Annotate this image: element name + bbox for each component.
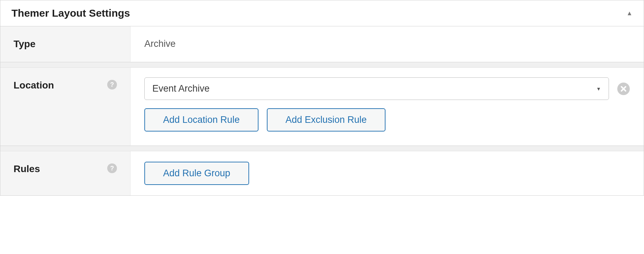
help-icon[interactable]: ? (107, 80, 117, 90)
collapse-up-icon[interactable]: ▲ (626, 10, 633, 17)
location-row: Location ? Event Archive ▼ Add Location … (0, 68, 644, 146)
type-row: Type Archive (0, 26, 644, 62)
remove-location-icon[interactable] (617, 83, 630, 95)
chevron-down-icon: ▼ (596, 86, 601, 92)
type-value: Archive (144, 39, 630, 49)
add-exclusion-rule-button[interactable]: Add Exclusion Rule (267, 108, 385, 132)
rules-label: Rules (14, 163, 40, 175)
add-rule-group-button[interactable]: Add Rule Group (144, 162, 249, 185)
location-content: Event Archive ▼ Add Location Rule Add Ex… (130, 68, 644, 145)
add-location-rule-button[interactable]: Add Location Rule (144, 108, 259, 132)
panel-header[interactable]: Themer Layout Settings ▲ (0, 0, 644, 26)
help-icon[interactable]: ? (107, 163, 117, 173)
panel-title: Themer Layout Settings (11, 7, 130, 19)
rules-label-cell: Rules ? (0, 151, 130, 195)
location-select-value: Event Archive (152, 83, 210, 94)
close-icon (620, 85, 627, 92)
row-divider (0, 62, 644, 68)
rules-buttons: Add Rule Group (144, 162, 630, 185)
location-select[interactable]: Event Archive ▼ (144, 77, 609, 100)
location-label-cell: Location ? (0, 68, 130, 145)
location-label: Location (14, 80, 54, 91)
rules-content: Add Rule Group (130, 151, 644, 195)
type-label-cell: Type (0, 26, 130, 62)
settings-panel: Themer Layout Settings ▲ Type Archive Lo… (0, 0, 644, 196)
type-content: Archive (130, 26, 644, 62)
location-select-row: Event Archive ▼ (144, 77, 630, 100)
rules-row: Rules ? Add Rule Group (0, 151, 644, 195)
location-buttons: Add Location Rule Add Exclusion Rule (144, 108, 630, 132)
type-label: Type (14, 39, 35, 50)
row-divider (0, 146, 644, 151)
